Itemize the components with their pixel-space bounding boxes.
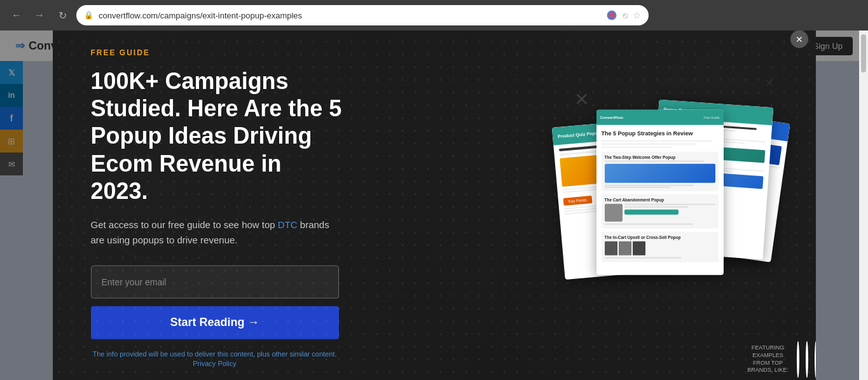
share-icon[interactable]: ⎋ [623,10,628,20]
bookmark-icon[interactable]: ☆ [633,10,641,20]
featuring-label: FEATURING EXAMPLES FROM TOP BRANDS, LIKE… [746,344,790,374]
browser-chrome: ← → ↻ 🔒 ⎋ ☆ [0,0,868,31]
brand-judy: JUDY [806,341,808,377]
google-icon [606,10,617,21]
lock-icon: 🔒 [84,11,93,20]
subtitle-start: Get access to our free guide to see how … [91,219,278,230]
scrollbar[interactable] [859,31,868,380]
back-button[interactable]: ← [8,6,25,24]
url-input[interactable] [99,11,601,20]
featuring-brands-section: FEATURING EXAMPLES FROM TOP BRANDS, LIKE… [746,341,803,377]
brand-warby-parker: WARBYPARKER [797,341,799,377]
start-reading-button[interactable]: Start Reading → [91,306,339,339]
disclaimer-text: The info provided will be used to delive… [91,349,339,369]
popup-subtitle: Get access to our free guide to see how … [91,217,333,248]
email-input[interactable] [91,266,339,299]
free-guide-label: FREE GUIDE [91,48,479,57]
reload-button[interactable]: ↻ [53,6,71,24]
popup-modal: ✕ ✕ ✕ ✕ FREE GUIDE 100K+ Campaigns Studi… [53,31,816,380]
popup-content-right: Product Quiz Popup Key Points [511,31,816,380]
subtitle-highlight: DTC [278,219,298,230]
document-stack: Product Quiz Popup Key Points [552,85,768,326]
page-background: ⇒ ConvertFlow Features ▾ Solutions ▾ Pri… [0,31,868,380]
forward-button[interactable]: → [31,6,48,24]
doc-preview-main: ConvertFlow Free Guide The 5 Popup Strat… [596,110,724,275]
close-button[interactable]: ✕ [790,31,808,48]
address-bar[interactable]: 🔒 ⎋ ☆ [76,5,649,25]
popup-content-left: FREE GUIDE 100K+ Campaigns Studied. Here… [53,31,511,380]
popup-title: 100K+ Campaigns Studied. Here Are the 5 … [91,67,345,205]
brand-bombas: BOMBAS [815,341,816,377]
scrollbar-thumb[interactable] [861,34,866,72]
